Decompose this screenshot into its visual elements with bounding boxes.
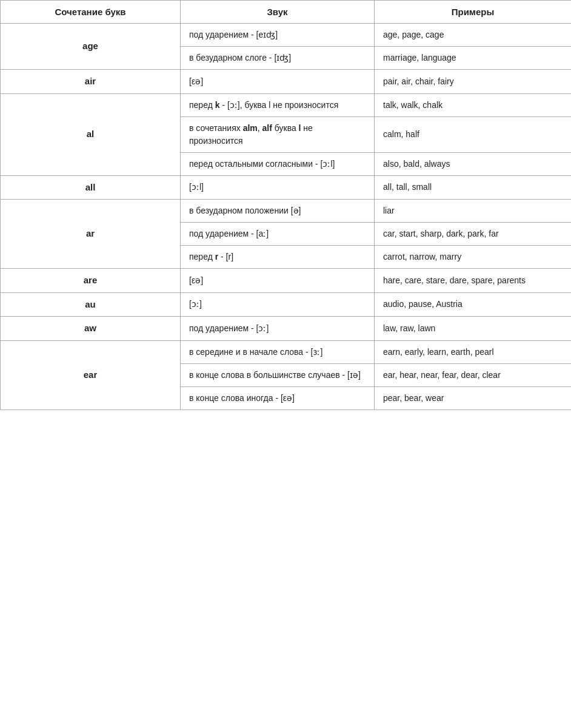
sound-cell: в конце слова иногда - [εə] [181,386,375,410]
examples-cell: age, page, cage [375,24,572,47]
combo-cell: au [1,292,181,317]
combo-cell: air [1,70,181,94]
examples-cell: law, raw, lawn [375,317,572,341]
examples-cell: carrot, narrow, marry [375,246,572,269]
combo-cell: age [1,24,181,70]
sound-cell: в безударном слоге - [ɪʤ] [181,47,375,70]
examples-cell: talk, walk, chalk [375,93,572,116]
examples-cell: ear, hear, near, fear, dear, clear [375,363,572,386]
header-combo: Сочетание букв [1,1,181,24]
examples-cell: all, tall, small [375,175,572,200]
sound-cell: в середине и в начале слова - [ɜː] [181,340,375,363]
examples-cell: also, bald, always [375,152,572,175]
sound-cell: перед остальными согласными - [ɔːl] [181,152,375,175]
sound-cell: [ɔːl] [181,175,375,200]
header-examples: Примеры [375,1,572,24]
sound-cell: под ударением - [ɔː] [181,317,375,341]
combo-cell: al [1,93,181,175]
sound-cell: перед k - [ɔː], буква l не произносится [181,93,375,116]
combo-cell: all [1,175,181,200]
header-sound: Звук [181,1,375,24]
examples-cell: car, start, sharp, dark, park, far [375,223,572,246]
phonics-table: Сочетание букв Звук Примеры ageпод ударе… [0,0,571,410]
examples-cell: marriage, language [375,47,572,70]
sound-cell: в конце слова в большинстве случаев - [ɪ… [181,363,375,386]
sound-cell: [εə] [181,70,375,94]
examples-cell: earn, early, learn, earth, pearl [375,340,572,363]
examples-cell: calm, half [375,116,572,152]
sound-cell: в безударном положении [ə] [181,200,375,223]
sound-cell: под ударением - [eɪʤ] [181,24,375,47]
examples-cell: pair, air, chair, fairy [375,70,572,94]
combo-cell: ar [1,200,181,269]
sound-cell: под ударением - [aː] [181,223,375,246]
sound-cell: перед r - [r] [181,246,375,269]
examples-cell: hare, care, stare, dare, spare, parents [375,269,572,293]
examples-cell: pear, bear, wear [375,386,572,410]
combo-cell: are [1,269,181,293]
examples-cell: liar [375,200,572,223]
sound-cell: в сочетаниях alm, alf буква l не произно… [181,116,375,152]
combo-cell: aw [1,317,181,341]
sound-cell: [εə] [181,269,375,293]
combo-cell: ear [1,340,181,410]
examples-cell: audio, pause, Austria [375,292,572,317]
sound-cell: [ɔː] [181,292,375,317]
